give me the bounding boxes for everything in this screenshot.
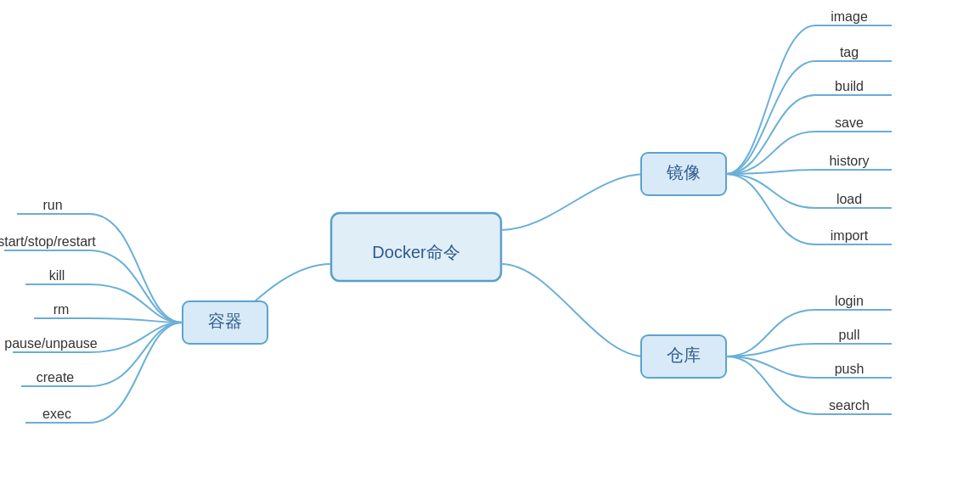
leaf-push: push [835, 362, 865, 376]
path-cangku-search [726, 356, 815, 414]
leaf-startstop: start/stop/restart [0, 234, 96, 249]
leaf-pull: pull [839, 328, 860, 342]
path-jingxiang-image [726, 25, 815, 174]
path-jingxiang-load [726, 174, 815, 208]
leaf-load: load [836, 192, 862, 206]
leaf-import: import [831, 228, 869, 243]
leaf-kill: kill [49, 268, 65, 283]
path-cangku-login [726, 310, 815, 356]
leaf-image: image [831, 9, 868, 24]
leaf-rm: rm [54, 302, 70, 317]
leaf-history: history [829, 154, 869, 168]
path-rongqi-run [89, 214, 183, 323]
leaf-search: search [829, 398, 870, 413]
leaf-login: login [835, 294, 864, 308]
leaf-create: create [37, 370, 75, 385]
path-center-to-cangku [501, 264, 645, 356]
path-jingxiang-import [726, 174, 815, 244]
center-node-label: Docker命令 [372, 243, 459, 261]
leaf-save: save [835, 115, 864, 130]
leaf-pause: pause/unpause [4, 336, 98, 351]
leaf-tag: tag [840, 45, 859, 59]
path-rongqi-kill [89, 284, 183, 323]
mindmap-diagram: .branch-path { fill: none; stroke: #6ab0… [0, 0, 980, 494]
path-cangku-push [726, 356, 815, 378]
leaf-run: run [42, 198, 62, 212]
path-jingxiang-tag [726, 61, 815, 174]
leaf-build: build [835, 79, 864, 93]
cangku-node-label: 仓库 [667, 345, 701, 364]
leaf-exec: exec [42, 407, 71, 421]
jingxiang-node-label: 镜像 [666, 163, 701, 182]
path-jingxiang-build [726, 95, 815, 174]
rongqi-node-label: 容器 [208, 312, 242, 330]
path-rongqi-create [89, 323, 183, 386]
path-center-to-jingxiang [501, 174, 645, 230]
path-rongqi-exec [89, 323, 183, 423]
